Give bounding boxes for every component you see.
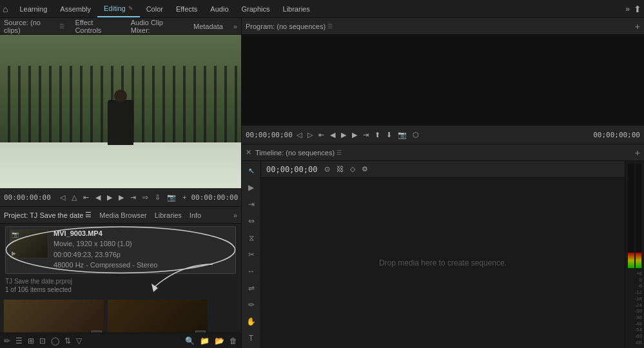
rate-tool-button[interactable]: ⧖ [244, 231, 259, 245]
source-tabs-more-button[interactable]: » [233, 23, 237, 30]
meter-label-n54: -54 [627, 327, 643, 333]
timeline-add-button[interactable]: + [635, 148, 640, 158]
nav-item-assembly[interactable]: Assembly [54, 0, 97, 17]
program-tab-menu-icon[interactable]: ☰ [327, 23, 333, 30]
meter-label-n48: -48 [627, 321, 643, 327]
selected-item-wrapper: 📷 ▶ MVI_9003.MP4 Movie, 1920 x 1080 (1.0… [3, 226, 239, 274]
source-tab-source[interactable]: Source: (no clips) ☰ [4, 19, 64, 34]
source-tab-effect-controls[interactable]: Effect Controls [75, 19, 120, 34]
nav-item-color[interactable]: Color [140, 0, 170, 17]
main-layout: Source: (no clips) ☰ Effect Controls Aud… [0, 18, 644, 348]
sort-button[interactable]: ⇅ [63, 335, 72, 347]
prog-step-fwd-button[interactable]: ⇥ [361, 130, 371, 140]
add-marker-button[interactable]: + [181, 193, 188, 202]
project-tab-media-browser[interactable]: Media Browser [99, 211, 146, 219]
program-tab[interactable]: Program: (no sequences) ☰ [246, 23, 333, 30]
clip-thumbnail-0: ☰ [4, 300, 104, 333]
video-figure-head [114, 90, 127, 102]
prog-forward-frame-button[interactable]: ▶ [350, 130, 359, 140]
clip-card-0[interactable]: ☰ MVI_9003.MP4 49:23 [4, 300, 104, 333]
new-bin-button[interactable]: 📂 [213, 335, 226, 347]
timeline-add-marker-icon[interactable]: ◇ [348, 164, 357, 174]
home-icon[interactable]: ⌂ [3, 4, 8, 14]
meter-label-n30: -30 [627, 308, 643, 314]
ripple-tool-button[interactable]: ⇥ [244, 197, 259, 211]
back-frame-button[interactable]: ◀ [93, 193, 102, 202]
prog-cam-button[interactable]: 📷 [396, 130, 409, 140]
project-tabs-more-button[interactable]: » [233, 211, 237, 219]
prog-mark-out-button[interactable]: ▷ [306, 130, 315, 140]
prog-mark-in-button[interactable]: ◁ [295, 130, 304, 140]
overwrite-button[interactable]: ⇩ [153, 193, 162, 202]
type-tool-button[interactable]: T [244, 331, 259, 345]
prog-back-frame-button[interactable]: ◀ [328, 130, 337, 140]
pen-tool-button[interactable]: ✏ [244, 298, 259, 312]
project-tab-libraries[interactable]: Libraries [155, 211, 182, 219]
project-selected-item[interactable]: 📷 ▶ MVI_9003.MP4 Movie, 1920 x 1080 (1.0… [5, 226, 236, 274]
mark-out-button[interactable]: △ [70, 193, 79, 202]
video-canvas [0, 35, 241, 188]
timeline-snap-icon[interactable]: ⊙ [322, 164, 332, 174]
timeline-content: ↖ ▶ ⇥ ⇔ ⧖ ✂ ↔ ⇌ ✏ ✋ T 00;00;00;00 [242, 161, 644, 348]
prog-marker-button[interactable]: ⬡ [411, 130, 421, 140]
filter-button[interactable]: ▽ [75, 335, 83, 347]
slip-tool-button[interactable]: ↔ [244, 264, 259, 278]
nav-item-learning[interactable]: Learning [13, 0, 54, 17]
nav-item-effects[interactable]: Effects [170, 0, 204, 17]
folder-button[interactable]: 📁 [199, 335, 211, 347]
timeline-ctrl-icons: ⊙ ⛓ ◇ ⚙ [322, 164, 370, 174]
rolling-tool-button[interactable]: ⇔ [244, 214, 259, 228]
project-tab-info[interactable]: Info [190, 211, 201, 219]
search-button[interactable]: 🔍 [184, 335, 196, 347]
camera-icon: 📷 [12, 231, 19, 238]
mark-in-button[interactable]: ◁ [58, 193, 67, 202]
prog-play-button[interactable]: ▶ [339, 130, 348, 140]
play-button[interactable]: ▶ [105, 193, 114, 202]
project-tab-project[interactable]: Project: TJ Save the date ☰ [4, 211, 92, 219]
nav-more-button[interactable]: » [621, 5, 634, 14]
project-tab-menu-icon[interactable]: ☰ [85, 211, 92, 219]
source-tab-audio-clip-mixer[interactable]: Audio Clip Mixer: [131, 19, 183, 34]
forward-frame-button[interactable]: ▶ [117, 193, 126, 202]
track-select-tool-button[interactable]: ▶ [244, 180, 259, 195]
new-item-button[interactable]: ✏ [3, 335, 12, 347]
source-tab-menu-icon[interactable]: ☰ [59, 23, 64, 30]
meter-label-n36: -36 [627, 314, 643, 320]
program-add-button[interactable]: + [635, 21, 640, 32]
razor-tool-button[interactable]: ✂ [244, 247, 259, 262]
timeline-tab-menu-icon[interactable]: ☰ [337, 150, 342, 156]
item-info: MVI_9003.MP4 Movie, 1920 x 1080 (1.0) 00… [54, 229, 231, 271]
source-tab-metadata[interactable]: Metadata [193, 23, 223, 30]
selection-tool-button[interactable]: ↖ [244, 164, 259, 178]
timeline-close-button[interactable]: ✕ [246, 148, 251, 157]
prog-extract-button[interactable]: ⬇ [384, 130, 394, 140]
edit-workspace-icon: ✎ [128, 5, 133, 12]
list-view-button[interactable]: ☰ [14, 335, 24, 347]
nav-item-libraries[interactable]: Libraries [277, 0, 317, 17]
timeline-panel: ✕ Timeline: (no sequences) ☰ + ↖ ▶ ⇥ ⇔ ⧖… [242, 144, 644, 348]
prog-step-back-button[interactable]: ⇤ [317, 130, 326, 140]
slide-tool-button[interactable]: ⇌ [244, 281, 259, 295]
insert-button[interactable]: ⇨ [141, 193, 150, 202]
timeline-tab[interactable]: Timeline: (no sequences) ☰ [255, 149, 342, 157]
meter-label-6: +6 [627, 271, 643, 276]
step-back-button[interactable]: ⇤ [81, 193, 91, 202]
nav-item-graphics[interactable]: Graphics [235, 0, 277, 17]
meter-labels: +6 0 -6 -12 -18 -24 -30 -36 -48 -54 -60 … [627, 269, 643, 347]
hand-tool-button[interactable]: ✋ [244, 314, 259, 329]
delete-button[interactable]: 🗑 [228, 335, 239, 347]
nav-item-editing[interactable]: Editing ✎ [97, 0, 140, 17]
export-icon[interactable]: ⬆ [634, 4, 641, 14]
clip-card-1[interactable]: ☰ MVI_9004.MP4 50:08 [108, 300, 208, 333]
export-frame-button[interactable]: 📷 [165, 193, 178, 202]
item-meta-audio: 48000 Hz - Compressed - Stereo [54, 260, 231, 271]
timeline-settings-icon[interactable]: ⚙ [360, 164, 370, 174]
zoom-slider[interactable]: ◯ [50, 335, 61, 347]
icon-view-button[interactable]: ⊞ [26, 335, 35, 347]
timeline-link-icon[interactable]: ⛓ [335, 164, 346, 174]
nav-item-audio[interactable]: Audio [204, 0, 235, 17]
item-filename: MVI_9003.MP4 [54, 229, 231, 237]
freeform-view-button[interactable]: ⊡ [38, 335, 47, 347]
step-forward-button[interactable]: ⇥ [128, 193, 138, 202]
prog-lift-button[interactable]: ⬆ [373, 130, 382, 140]
